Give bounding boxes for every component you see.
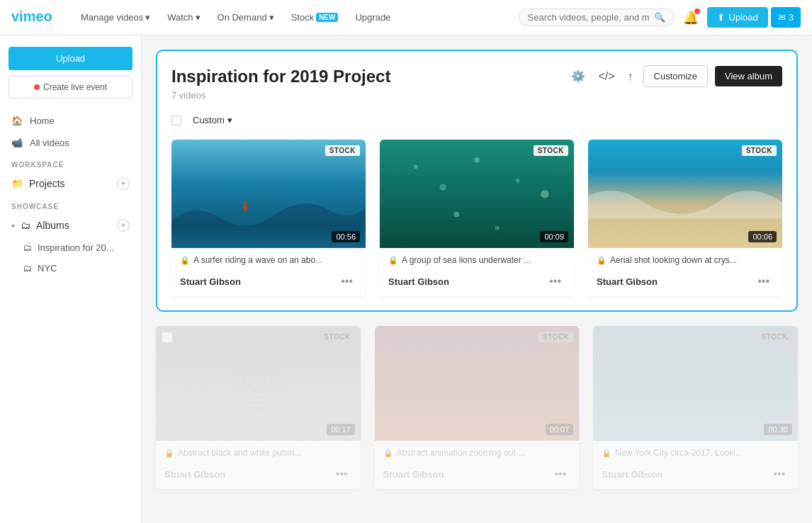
lock-icon: 🔒 [164, 449, 174, 458]
video-title-3: 🔒 Aerial shot looking down at crys... [597, 255, 774, 265]
search-bar[interactable]: 🔍 [519, 9, 675, 26]
stock-badge-4: STOCK [320, 332, 354, 342]
stock-badge-1: STOCK [325, 145, 360, 156]
album-title: Inspiration for 2019 Project [171, 67, 568, 86]
sidebar-item-projects[interactable]: 📁 Projects + [0, 171, 141, 196]
nav-on-demand[interactable]: On Demand ▾ [210, 8, 281, 27]
video-title-1: 🔒 A surfer riding a wave on an abo... [180, 255, 357, 265]
embed-button[interactable]: </> [595, 67, 617, 86]
duration-badge-3: 00:06 [748, 231, 777, 242]
video-info-4: 🔒 Abstract black and white pulsin... Stu… [156, 441, 361, 489]
card-checkbox-4[interactable] [162, 332, 173, 343]
video-title-4: 🔒 Abstract black and white pulsin... [164, 448, 352, 458]
stock-new-badge: NEW [316, 13, 338, 22]
video-menu-button-2[interactable]: ••• [545, 274, 565, 289]
customize-button[interactable]: Customize [643, 65, 708, 87]
svg-point-6 [516, 179, 520, 183]
duration-badge-5: 00:07 [546, 424, 574, 435]
video-thumbnail-4[interactable]: STOCK 00:17 [156, 326, 361, 441]
video-thumbnail-6[interactable]: STOCK 00:30 [593, 326, 798, 441]
sidebar-item-nyc-album[interactable]: 🗂 NYC [0, 258, 141, 279]
svg-point-9 [495, 226, 500, 230]
search-input[interactable] [528, 12, 650, 23]
video-card-6: STOCK 00:30 🔒 New York City circa-2017, … [593, 326, 798, 489]
active-video-grid: STOCK 00:56 🔒 A surfer riding a wave on … [171, 140, 782, 296]
lock-icon: 🔒 [602, 449, 611, 458]
share-button[interactable]: ↑ [625, 67, 636, 86]
nav-stock[interactable]: Stock NEW [284, 8, 346, 27]
sub-album-icon: 🗂 [23, 263, 32, 274]
svg-point-3 [414, 164, 418, 169]
add-project-button[interactable]: + [117, 177, 130, 190]
lock-icon: 🔒 [180, 256, 190, 265]
video-menu-button-3[interactable]: ••• [753, 274, 774, 289]
nav-watch[interactable]: Watch ▾ [160, 8, 207, 27]
create-live-event-button[interactable]: Create live event [9, 76, 132, 99]
albums-stack-icon: 🗂 [21, 220, 30, 231]
video-thumbnail-1[interactable]: STOCK 00:56 [171, 140, 366, 248]
chevron-down-icon: ▾ [11, 222, 15, 230]
stock-badge-2: STOCK [534, 145, 568, 156]
settings-button[interactable]: ⚙️ [568, 67, 588, 86]
sidebar: Upload Create live event 🏠 Home 📹 All vi… [0, 35, 142, 523]
video-footer-4: Stuart Gibson ••• [164, 466, 352, 482]
video-thumbnail-5[interactable]: STOCK 00:07 [375, 326, 580, 441]
video-thumbnail-3[interactable]: STOCK 00:06 [588, 140, 782, 248]
svg-point-8 [453, 212, 459, 218]
dimmed-video-grid: STOCK 00:17 🔒 Abstract black and white p… [156, 326, 798, 489]
video-author-4: Stuart Gibson [164, 469, 225, 480]
main-content: Inspiration for 2019 Project ⚙️ </> ↑ Cu… [142, 35, 812, 523]
select-all-checkbox[interactable] [171, 116, 181, 125]
video-menu-button-5[interactable]: ••• [551, 466, 571, 482]
sidebar-item-albums[interactable]: ▾ 🗂 Albums + [0, 213, 141, 237]
album-box: Inspiration for 2019 Project ⚙️ </> ↑ Cu… [156, 50, 798, 312]
video-footer-2: Stuart Gibson ••• [388, 274, 565, 289]
view-album-button[interactable]: View album [715, 66, 782, 86]
code-icon: </> [598, 70, 614, 82]
video-author-5: Stuart Gibson [383, 469, 444, 480]
video-menu-button-6[interactable]: ••• [769, 466, 789, 482]
add-album-button[interactable]: + [117, 219, 130, 232]
video-info-1: 🔒 A surfer riding a wave on an abo... St… [171, 248, 366, 296]
duration-badge-2: 00:09 [540, 231, 568, 242]
video-info-5: 🔒 Abstract animation zooming out ... Stu… [375, 441, 580, 489]
sidebar-upload-button[interactable]: Upload [9, 47, 132, 70]
video-footer-3: Stuart Gibson ••• [597, 274, 774, 289]
video-footer-5: Stuart Gibson ••• [383, 466, 571, 482]
svg-point-5 [474, 157, 480, 163]
svg-point-14 [249, 375, 266, 392]
video-card-2: STOCK 00:09 🔒 A group of sea lions under… [380, 140, 574, 296]
sidebar-item-all-videos[interactable]: 📹 All videos [0, 132, 141, 154]
share-icon: ↑ [628, 70, 633, 82]
gear-icon: ⚙️ [571, 70, 585, 82]
svg-text:vimeo: vimeo [11, 9, 52, 24]
sidebar-item-home[interactable]: 🏠 Home [0, 110, 141, 132]
video-thumbnail-2[interactable]: STOCK 00:09 [380, 140, 574, 248]
home-icon: 🏠 [11, 116, 23, 126]
video-menu-button-4[interactable]: ••• [332, 466, 352, 482]
video-icon: 📹 [11, 137, 23, 148]
video-footer-1: Stuart Gibson ••• [180, 274, 357, 289]
album-header: Inspiration for 2019 Project ⚙️ </> ↑ Cu… [171, 65, 782, 87]
sort-dropdown[interactable]: Custom ▾ [187, 112, 238, 128]
notifications-bell[interactable]: 🔔 [677, 10, 704, 26]
page-layout: Upload Create live event 🏠 Home 📹 All vi… [0, 0, 812, 523]
svg-rect-2 [243, 206, 247, 212]
vimeo-logo[interactable]: vimeo [11, 9, 62, 26]
upload-button[interactable]: ⬆ Upload [707, 7, 768, 28]
video-title-5: 🔒 Abstract animation zooming out ... [383, 448, 571, 458]
video-card-3: STOCK 00:06 🔒 Aerial shot looking down a… [588, 140, 782, 296]
nav-upgrade[interactable]: Upgrade [348, 8, 397, 27]
sidebar-item-inspiration-album[interactable]: 🗂 Inspiration for 20... [0, 237, 141, 258]
video-title-2: 🔒 A group of sea lions underwater ... [388, 255, 565, 265]
messages-button[interactable]: ✉ 3 [771, 7, 801, 28]
video-menu-button-1[interactable]: ••• [337, 274, 357, 289]
nav-manage-videos[interactable]: Manage videos ▾ [74, 8, 157, 27]
search-icon: 🔍 [654, 12, 665, 23]
video-author-6: Stuart Gibson [602, 469, 662, 480]
top-navigation: vimeo Manage videos ▾ Watch ▾ On Demand … [0, 0, 812, 35]
video-title-6: 🔒 New York City circa-2017, Looki... [602, 448, 789, 458]
svg-point-11 [233, 359, 283, 408]
album-header-actions: ⚙️ </> ↑ Customize View album [568, 65, 782, 87]
video-card-5: STOCK 00:07 🔒 Abstract animation zooming… [375, 326, 580, 489]
